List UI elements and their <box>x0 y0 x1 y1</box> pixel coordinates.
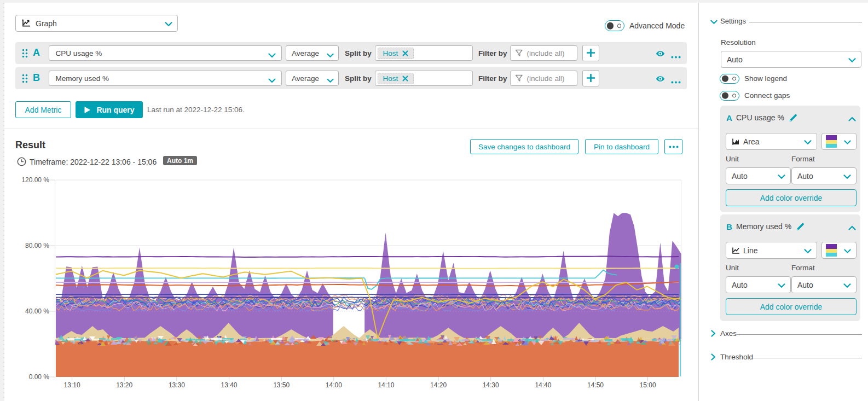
svg-text:14:20: 14:20 <box>430 381 447 389</box>
svg-text:120.00 %: 120.00 % <box>21 176 49 184</box>
svg-text:14:10: 14:10 <box>378 381 394 389</box>
svg-text:15:00: 15:00 <box>640 381 656 389</box>
svg-text:13:30: 13:30 <box>169 381 185 389</box>
svg-text:40.00 %: 40.00 % <box>25 307 49 315</box>
svg-text:13:40: 13:40 <box>221 381 237 389</box>
svg-text:14:30: 14:30 <box>483 381 499 389</box>
svg-text:80.00 %: 80.00 % <box>25 242 49 249</box>
svg-text:13:50: 13:50 <box>273 381 290 389</box>
svg-text:0.00 %: 0.00 % <box>29 373 50 381</box>
svg-text:14:40: 14:40 <box>535 381 551 389</box>
svg-text:14:00: 14:00 <box>326 381 342 389</box>
svg-text:14:50: 14:50 <box>587 381 604 389</box>
svg-text:13:10: 13:10 <box>64 381 80 389</box>
svg-text:13:20: 13:20 <box>116 381 132 389</box>
